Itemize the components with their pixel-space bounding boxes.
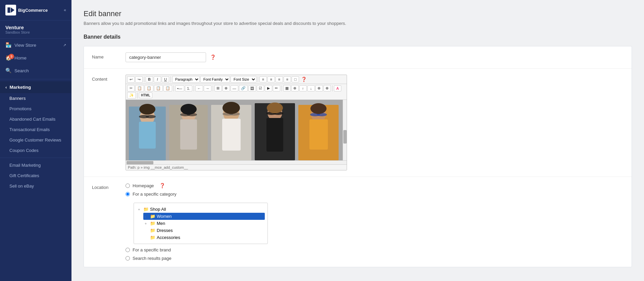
rte-checkbox-btn[interactable]: ☑ bbox=[257, 85, 264, 91]
sidebar-item-banners[interactable]: Banners bbox=[0, 93, 71, 104]
sidebar-item-abandoned-cart[interactable]: Abandoned Cart Emails bbox=[0, 114, 71, 124]
rte-color-btn[interactable]: A bbox=[334, 85, 341, 91]
rte-html-btn[interactable]: HTML bbox=[139, 92, 152, 98]
rich-text-editor[interactable]: ↩ ↪ B I U Paragraph Font Family bbox=[126, 75, 347, 170]
rte-paragraph-select[interactable]: Paragraph bbox=[172, 76, 200, 83]
tree-label-accessories[interactable]: Accessories bbox=[157, 235, 180, 240]
form-card: Name ❓ Content ↩ ↪ B I U bbox=[84, 46, 632, 267]
rte-fullscreen-btn[interactable]: □ bbox=[292, 76, 299, 82]
sidebar-item-email-marketing[interactable]: Email Marketing bbox=[0, 160, 71, 170]
rte-table2-btn[interactable]: ▦ bbox=[283, 85, 291, 91]
sidebar-item-transactional[interactable]: Transactional Emails bbox=[0, 124, 71, 135]
rte-hscrollbar-thumb[interactable] bbox=[127, 161, 153, 164]
rte-font-family-select[interactable]: Font Family bbox=[200, 76, 230, 83]
rte-redo-btn[interactable]: ↪ bbox=[135, 76, 143, 83]
rte-paste-text-btn[interactable]: 📋 bbox=[154, 85, 163, 91]
tree-item-shop-all[interactable]: + 📁 Shop All bbox=[137, 206, 265, 213]
rte-sep-9 bbox=[137, 92, 138, 98]
rte-paste-word-btn[interactable]: 📋 bbox=[163, 85, 172, 91]
rte-scrollbar-thumb[interactable] bbox=[343, 130, 347, 144]
rte-cut-btn[interactable]: ✂ bbox=[127, 85, 135, 91]
location-brand-item[interactable]: For a specific brand bbox=[126, 247, 624, 252]
rte-ul-btn[interactable]: •— bbox=[175, 85, 184, 91]
location-homepage-item[interactable]: Homepage ❓ bbox=[126, 183, 624, 188]
rte-align-justify-btn[interactable]: ≡ bbox=[284, 76, 291, 82]
sidebar-collapse-button[interactable]: « bbox=[64, 8, 66, 12]
rte-link-btn[interactable]: 🔗 bbox=[239, 85, 248, 91]
rte-row-up-btn[interactable]: ↑ bbox=[299, 85, 307, 91]
rte-italic-btn[interactable]: I bbox=[154, 76, 161, 82]
rte-template-btn[interactable]: ✏ bbox=[273, 85, 280, 91]
rte-underline-btn[interactable]: U bbox=[162, 76, 169, 82]
rte-hr-btn[interactable]: — bbox=[231, 85, 238, 91]
tree-label-dresses[interactable]: Dresses bbox=[157, 228, 173, 233]
chevron-left-icon: ‹ bbox=[5, 85, 7, 90]
rte-copy-btn[interactable]: 📋 bbox=[135, 85, 144, 91]
tree-item-men[interactable]: + 📁 Men bbox=[143, 220, 265, 227]
rte-split-btn[interactable]: ⊕ bbox=[324, 85, 331, 91]
location-search-item[interactable]: Search results page bbox=[126, 256, 624, 261]
tree-toggle-women[interactable]: - bbox=[145, 214, 149, 218]
location-category-label[interactable]: For a specific category bbox=[133, 192, 177, 197]
rte-align-center-btn[interactable]: ≡ bbox=[267, 76, 275, 82]
location-control-wrap: Homepage ❓ For a specific category + 📁 bbox=[126, 183, 624, 261]
location-search-label[interactable]: Search results page bbox=[133, 256, 171, 261]
location-category-radio[interactable] bbox=[126, 192, 130, 196]
rte-align-right-btn[interactable]: ≡ bbox=[276, 76, 283, 82]
rte-help-icon[interactable]: ❓ bbox=[301, 77, 307, 82]
location-homepage-radio[interactable] bbox=[126, 184, 130, 188]
rte-font-size-select[interactable]: Font Size bbox=[231, 76, 256, 83]
rte-align-left-btn[interactable]: ≡ bbox=[259, 76, 267, 82]
sidebar-item-gift-certificates[interactable]: Gift Certificates bbox=[0, 170, 71, 181]
sidebar-section-marketing[interactable]: ‹ Marketing bbox=[0, 81, 71, 93]
name-help-icon[interactable]: ❓ bbox=[210, 54, 216, 60]
home-badge: 9 bbox=[9, 54, 14, 59]
tree-folder-accessories-icon: 📁 bbox=[150, 235, 155, 240]
tree-item-accessories[interactable]: 📁 Accessories bbox=[149, 234, 265, 241]
rte-media-btn[interactable]: ▶ bbox=[265, 85, 272, 91]
rte-ol-btn[interactable]: 1. bbox=[185, 85, 192, 91]
tree-label-men[interactable]: Men bbox=[157, 221, 165, 226]
rte-paste-btn[interactable]: 📋 bbox=[145, 85, 153, 91]
location-homepage-label[interactable]: Homepage bbox=[133, 183, 154, 188]
rte-hscrollbar[interactable] bbox=[126, 160, 347, 164]
name-label: Name bbox=[92, 52, 126, 59]
tree-toggle-shop-all[interactable]: + bbox=[138, 207, 142, 211]
location-help-icon[interactable]: ❓ bbox=[159, 183, 165, 188]
sidebar-item-sell-on-ebay[interactable]: Sell on eBay bbox=[0, 181, 71, 191]
rte-outdent-btn[interactable]: ← bbox=[195, 85, 203, 91]
tree-toggle-men[interactable]: + bbox=[145, 222, 149, 226]
rte-image-btn[interactable]: 🖼 bbox=[248, 85, 256, 91]
banner-svg bbox=[126, 100, 347, 160]
tree-label-shop-all[interactable]: Shop All bbox=[150, 207, 166, 212]
rte-col-btn[interactable]: ⊕ bbox=[291, 85, 299, 91]
sidebar-item-search[interactable]: 🔍 Search bbox=[0, 64, 71, 77]
tree-item-dresses[interactable]: 📁 Dresses bbox=[149, 227, 265, 234]
rte-highlight-btn[interactable]: ✨ bbox=[127, 92, 136, 98]
sidebar-item-promotions[interactable]: Promotions bbox=[0, 104, 71, 114]
rte-sep-3 bbox=[258, 76, 258, 82]
rte-bold-btn[interactable]: B bbox=[146, 76, 153, 82]
location-search-radio[interactable] bbox=[126, 256, 130, 260]
location-category-item[interactable]: For a specific category bbox=[126, 192, 624, 197]
name-input[interactable] bbox=[126, 52, 206, 62]
location-brand-label[interactable]: For a specific brand bbox=[133, 247, 171, 252]
logo-text: BigCommerce bbox=[18, 8, 48, 13]
rte-row-dn-btn[interactable]: ↓ bbox=[307, 85, 315, 91]
tree-folder-women-icon: 📁 bbox=[150, 214, 155, 219]
sidebar-item-google-reviews[interactable]: Google Customer Reviews bbox=[0, 135, 71, 145]
rte-undo-btn[interactable]: ↩ bbox=[127, 76, 135, 83]
rte-insert-btn[interactable]: ⊕ bbox=[222, 85, 230, 91]
tree-label-women[interactable]: Women bbox=[157, 214, 172, 219]
rte-body[interactable] bbox=[126, 100, 347, 160]
rte-vertical-scrollbar[interactable] bbox=[343, 100, 347, 160]
rte-table-btn[interactable]: ⊞ bbox=[214, 85, 222, 91]
location-brand-radio[interactable] bbox=[126, 248, 130, 252]
sidebar-item-home[interactable]: 🏠 9 Home bbox=[0, 51, 71, 64]
tree-item-women[interactable]: - 📁 Women bbox=[143, 213, 265, 220]
sidebar: BigCommerce « Venture Sandbox Store 🏪 Vi… bbox=[0, 0, 71, 281]
rte-indent-btn[interactable]: → bbox=[204, 85, 211, 91]
sidebar-item-coupon-codes[interactable]: Coupon Codes bbox=[0, 145, 71, 156]
sidebar-item-view-store[interactable]: 🏪 View Store ↗ bbox=[0, 39, 71, 51]
rte-merge-btn[interactable]: ⊕ bbox=[315, 85, 323, 91]
